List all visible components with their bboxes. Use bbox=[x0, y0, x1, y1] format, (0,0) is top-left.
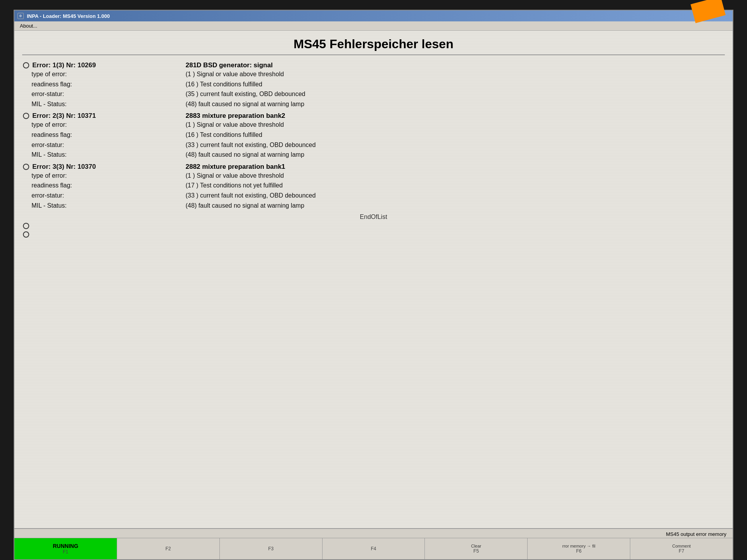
error-entry-2: Error: 2(3) Nr: 103712883 mixture prepar… bbox=[22, 112, 725, 159]
fkey-f1[interactable]: RUNNINGF1 bbox=[14, 538, 117, 559]
status-label-row: MS45 output error memory bbox=[14, 529, 733, 538]
error-entry-1: Error: 1(3) Nr: 10269281D BSD generator:… bbox=[22, 61, 725, 109]
detail-value-3-1: (1 ) Signal or value above threshold bbox=[186, 171, 725, 181]
empty-circle-2 bbox=[23, 231, 29, 238]
detail-label-1-3: error-statur: bbox=[32, 89, 186, 99]
error-header-row-2: Error: 2(3) Nr: 103712883 mixture prepar… bbox=[22, 112, 725, 120]
fkey-f3-name: F3 bbox=[268, 546, 274, 551]
detail-label-1-1: type of error: bbox=[32, 69, 186, 79]
detail-label-3-1: type of error: bbox=[32, 171, 186, 181]
error-description-2: 2883 mixture preparation bank2 bbox=[186, 112, 285, 119]
detail-label-1-4: MIL - Status: bbox=[32, 99, 186, 109]
window-title: INPA - Loader: MS45 Version 1.000 bbox=[27, 13, 110, 19]
fkey-f6[interactable]: rror memory → filF6 bbox=[528, 538, 630, 559]
detail-value-2-2: (16 ) Test conditions fulfilled bbox=[186, 130, 725, 140]
detail-value-1-2: (16 ) Test conditions fulfilled bbox=[186, 79, 725, 89]
menu-bar: About... bbox=[14, 21, 733, 31]
error-title-1: Error: 1(3) Nr: 10269 bbox=[32, 61, 96, 69]
detail-value-2-3: (33 ) current fault not existing, OBD de… bbox=[186, 140, 725, 150]
error-details-row-3: type of error:readiness flag:error-statu… bbox=[22, 171, 725, 210]
fkey-f2[interactable]: F2 bbox=[117, 538, 220, 559]
fkey-f5[interactable]: ClearF5 bbox=[425, 538, 528, 559]
detail-label-2-4: MIL - Status: bbox=[32, 150, 186, 160]
detail-label-1-2: readiness flag: bbox=[32, 79, 186, 89]
fkey-f1-name: F1 bbox=[63, 549, 68, 555]
detail-value-3-2: (17 ) Test conditions not yet fulfilled bbox=[186, 180, 725, 191]
fkey-f5-name: F5 bbox=[473, 548, 479, 554]
error-header-row-3: Error: 3(3) Nr: 103702882 mixture prepar… bbox=[22, 163, 725, 171]
menu-about[interactable]: About... bbox=[18, 23, 40, 29]
detail-label-2-2: readiness flag: bbox=[32, 130, 186, 140]
fkey-f2-name: F2 bbox=[165, 546, 171, 551]
error-circle-3 bbox=[23, 164, 29, 170]
main-window: ⚙ INPA - Loader: MS45 Version 1.000 Abou… bbox=[14, 10, 733, 560]
error-header-row-1: Error: 1(3) Nr: 10269281D BSD generator:… bbox=[22, 61, 725, 69]
title-bar: ⚙ INPA - Loader: MS45 Version 1.000 bbox=[14, 10, 733, 21]
error-description-1: 281D BSD generator: signal bbox=[186, 61, 273, 69]
function-keys-row: RUNNINGF1F2F3F4ClearF5rror memory → filF… bbox=[14, 538, 733, 559]
content-area: MS45 Fehlerspeicher lesen Error: 1(3) Nr… bbox=[14, 31, 733, 528]
status-label: MS45 output error memory bbox=[666, 531, 726, 537]
detail-value-1-3: (35 ) current fault existing, OBD deboun… bbox=[186, 89, 725, 99]
status-bar: MS45 output error memory RUNNINGF1F2F3F4… bbox=[14, 528, 733, 559]
detail-label-3-3: error-statur: bbox=[32, 191, 186, 201]
error-details-row-1: type of error:readiness flag:error-statu… bbox=[22, 69, 725, 109]
detail-label-3-2: readiness flag: bbox=[32, 180, 186, 191]
error-circle-2 bbox=[23, 113, 29, 119]
fkey-f4[interactable]: F4 bbox=[323, 538, 425, 559]
error-circle-1 bbox=[23, 62, 29, 68]
app-icon: ⚙ bbox=[18, 13, 24, 19]
fkey-f7-name: F7 bbox=[679, 548, 684, 554]
detail-label-2-3: error-statur: bbox=[32, 140, 186, 150]
fkey-f5-sub: Clear bbox=[471, 544, 481, 548]
detail-value-1-1: (1 ) Signal or value above threshold bbox=[186, 69, 725, 79]
end-of-list: EndOfList bbox=[22, 214, 725, 220]
detail-value-3-3: (33 ) current fault not existing, OBD de… bbox=[186, 191, 725, 201]
error-list: Error: 1(3) Nr: 10269281D BSD generator:… bbox=[22, 61, 725, 220]
detail-value-2-4: (48) fault caused no signal at warning l… bbox=[186, 150, 725, 160]
error-title-2: Error: 2(3) Nr: 10371 bbox=[32, 112, 96, 120]
detail-value-1-4: (48) fault caused no signal at warning l… bbox=[186, 99, 725, 109]
page-title: MS45 Fehlerspeicher lesen bbox=[22, 37, 725, 51]
empty-circles bbox=[22, 222, 725, 238]
error-description-3: 2882 mixture preparation bank1 bbox=[186, 163, 285, 170]
fkey-f3[interactable]: F3 bbox=[220, 538, 323, 559]
fkey-f1-running-label: RUNNING bbox=[53, 543, 78, 549]
empty-circle-1 bbox=[23, 223, 29, 229]
fkey-f6-sub: rror memory → fil bbox=[562, 544, 595, 548]
detail-label-2-1: type of error: bbox=[32, 120, 186, 130]
separator bbox=[22, 54, 725, 55]
detail-value-2-1: (1 ) Signal or value above threshold bbox=[186, 120, 725, 130]
fkey-f7[interactable]: CommentF7 bbox=[630, 538, 733, 559]
error-entry-3: Error: 3(3) Nr: 103702882 mixture prepar… bbox=[22, 163, 725, 210]
error-details-row-2: type of error:readiness flag:error-statu… bbox=[22, 120, 725, 159]
error-title-3: Error: 3(3) Nr: 10370 bbox=[32, 163, 96, 171]
fkey-f7-sub: Comment bbox=[672, 544, 691, 548]
detail-label-3-4: MIL - Status: bbox=[32, 201, 186, 211]
fkey-f4-name: F4 bbox=[371, 546, 376, 551]
fkey-f6-name: F6 bbox=[576, 548, 582, 554]
detail-value-3-4: (48) fault caused no signal at warning l… bbox=[186, 201, 725, 211]
